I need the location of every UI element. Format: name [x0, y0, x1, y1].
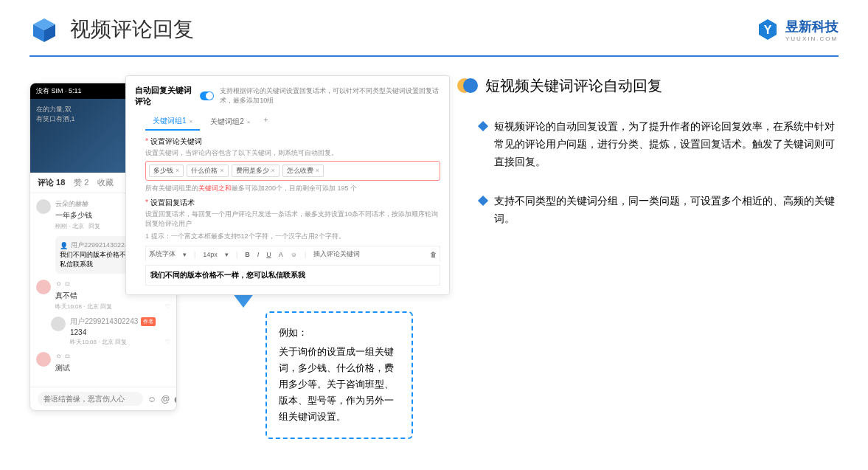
keywords-label: 设置评论关键词	[145, 136, 440, 147]
keyword-tag: 费用是多少×	[232, 165, 280, 177]
svg-point-8	[463, 78, 478, 93]
section-title: 短视频关键词评论自动回复	[485, 76, 662, 96]
heart-icon[interactable]: ♡	[165, 303, 170, 310]
comment-input[interactable]	[38, 392, 143, 406]
svg-text:Y: Y	[764, 24, 772, 36]
avatar	[36, 352, 51, 367]
keyword-tags-input[interactable]: 多少钱× 什么价格× 费用是多少× 怎么收费×	[145, 161, 440, 181]
auto-reply-toggle[interactable]	[200, 91, 214, 100]
cube-icon	[29, 15, 59, 44]
tab-fav[interactable]: 收藏	[97, 177, 114, 188]
header-divider	[29, 55, 839, 57]
brand-logo: Y 昱新科技 YUUXIN.COM	[756, 18, 839, 42]
keyword-tag: 什么价格×	[187, 165, 228, 177]
tab-comments[interactable]: 评论 18	[38, 177, 65, 188]
avatar	[51, 317, 66, 331]
keyword-group-tab-2[interactable]: 关键词组2×	[203, 113, 257, 131]
bold-button[interactable]: B	[245, 251, 250, 258]
italic-button[interactable]: I	[257, 251, 260, 258]
at-icon[interactable]: @	[161, 394, 170, 404]
color-button[interactable]: A	[279, 251, 283, 258]
underline-button[interactable]: U	[266, 251, 271, 258]
logo-main-text: 昱新科技	[785, 18, 839, 35]
reply-script-label: 设置回复话术	[145, 198, 440, 208]
close-icon[interactable]: ×	[247, 119, 251, 125]
editor-content[interactable]: 我们不同的版本价格不一样，您可以私信联系我	[145, 265, 440, 286]
config-title: 自动回复关键词评论	[135, 85, 194, 107]
comment-item: 用户2299214302243作者 1234 昨天10:08 · 北京 回复♡	[51, 317, 170, 346]
size-select[interactable]: 14px	[203, 251, 218, 258]
bullet-item: 支持不同类型的关键词分组，同一类问题，可设置多个相近的、高频的关键词。	[457, 193, 839, 228]
svg-marker-6	[232, 293, 254, 308]
keyword-tag: 怎么收费×	[282, 165, 324, 177]
tab-likes[interactable]: 赞 2	[74, 177, 88, 188]
logo-hex-icon: Y	[756, 18, 780, 41]
example-callout: 例如： 关于询价的设置成一组关键词，多少钱、什么价格，费用多少等。关于咨询班型、…	[265, 311, 413, 439]
config-panel: 自动回复关键词评论 支持根据评论的关键词设置回复话术，可以针对不同类型关键词设置…	[125, 75, 450, 295]
avatar	[36, 199, 51, 214]
avatar	[36, 280, 51, 294]
close-icon[interactable]: ×	[190, 118, 193, 125]
emoji-button[interactable]: ☺	[291, 251, 297, 258]
heart-icon[interactable]: ♡	[165, 339, 170, 345]
user-icon: 👤	[60, 242, 68, 249]
font-select[interactable]: 系统字体	[149, 249, 176, 259]
page-title: 视频评论回复	[70, 15, 194, 44]
delete-icon[interactable]: 🗑	[430, 251, 437, 258]
insert-keyword-button[interactable]: 插入评论关键词	[313, 249, 360, 259]
diamond-bullet-icon	[478, 196, 488, 206]
logo-sub-text: YUUXIN.COM	[785, 35, 839, 42]
diamond-bullet-icon	[478, 121, 488, 131]
keyword-tag: 多少钱×	[149, 165, 184, 177]
bullet-item: 短视频评论的自动回复设置，为了提升作者的评论回复效率，在系统中针对常见的评论用户…	[457, 118, 839, 170]
emoji-icon[interactable]: ☺	[147, 394, 156, 404]
send-icon[interactable]: ◐	[174, 394, 177, 404]
editor-toolbar: 系统字体▾ | 14px▾ | B I U A ☺ | 插入评论关键词 🗑	[145, 246, 440, 262]
keyword-group-tab-1[interactable]: 关键词组1×	[145, 113, 200, 131]
blob-icon	[457, 75, 478, 96]
add-tab-button[interactable]: +	[260, 113, 271, 131]
comment-item: ㅇ ㅁ 测试	[36, 352, 170, 375]
